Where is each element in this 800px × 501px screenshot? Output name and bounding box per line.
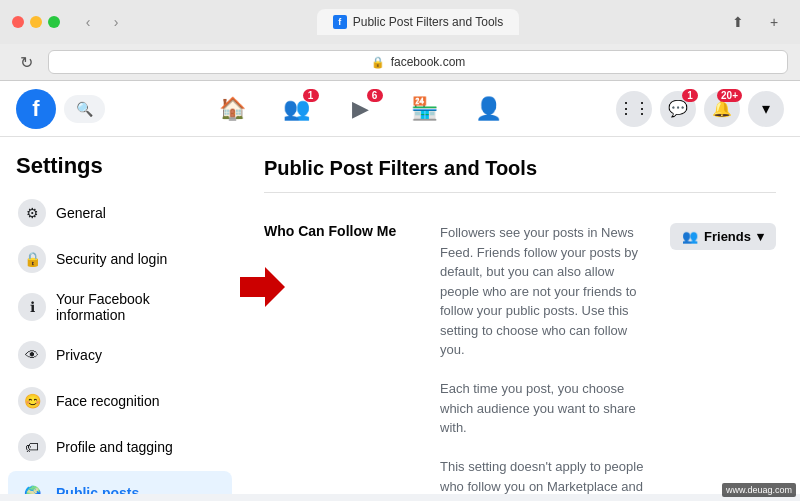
who-can-follow-desc3: This setting doesn't apply to people who…: [440, 459, 643, 494]
main-layout: Settings ⚙ General 🔒 Security and login …: [0, 137, 800, 494]
traffic-lights: [12, 16, 60, 28]
search-icon: 🔍: [76, 101, 93, 117]
messenger-badge: 1: [682, 89, 698, 102]
url-text: facebook.com: [391, 55, 466, 69]
watermark: www.deuag.com: [722, 483, 796, 497]
sidebar-item-general[interactable]: ⚙ General: [8, 191, 232, 235]
close-button[interactable]: [12, 16, 24, 28]
nav-watch[interactable]: ▶ 6: [331, 85, 391, 133]
home-icon: 🏠: [219, 96, 246, 122]
content-area: Public Post Filters and Tools Who Can Fo…: [240, 137, 800, 494]
public-posts-icon: 🌍: [18, 479, 46, 494]
red-arrow: [240, 267, 280, 307]
share-button[interactable]: ⬆: [724, 8, 752, 36]
sidebar-title: Settings: [8, 153, 232, 191]
nav-marketplace[interactable]: 🏪: [395, 85, 455, 133]
fb-nav-center: 🏠 👥 1 ▶ 6 🏪 👤: [113, 85, 608, 133]
fb-navbar: f 🔍 🏠 👥 1 ▶ 6 🏪 👤 ⋮⋮ 💬 1 🔔 20+: [0, 81, 800, 137]
friends-btn-label: Friends: [704, 229, 751, 244]
sidebar-label-public-posts: Public posts: [56, 485, 139, 494]
nav-notifications[interactable]: 🔔 20+: [704, 91, 740, 127]
title-bar: ‹ › f Public Post Filters and Tools ⬆ +: [0, 0, 800, 44]
sidebar-item-security[interactable]: 🔒 Security and login: [8, 237, 232, 281]
new-tab-button[interactable]: +: [760, 8, 788, 36]
forward-button[interactable]: ›: [104, 10, 128, 34]
minimize-button[interactable]: [30, 16, 42, 28]
nav-friends[interactable]: 👥 1: [267, 85, 327, 133]
fb-search[interactable]: 🔍: [64, 95, 105, 123]
nav-groups[interactable]: 👤: [459, 85, 519, 133]
reload-button[interactable]: ↻: [12, 48, 40, 76]
svg-marker-0: [240, 267, 285, 307]
profile-tagging-icon: 🏷: [18, 433, 46, 461]
watch-icon: ▶: [352, 96, 369, 122]
back-button[interactable]: ‹: [76, 10, 100, 34]
browser-tab[interactable]: f Public Post Filters and Tools: [317, 9, 520, 35]
fb-logo: f: [16, 89, 56, 129]
privacy-icon: 👁: [18, 341, 46, 369]
marketplace-icon: 🏪: [411, 96, 438, 122]
tab-favicon: f: [333, 15, 347, 29]
notifications-badge: 20+: [717, 89, 742, 102]
fb-info-icon: ℹ: [18, 293, 46, 321]
who-can-follow-description: Followers see your posts in News Feed. F…: [440, 225, 638, 357]
row-who-can-follow: Who Can Follow Me Followers see your pos…: [264, 209, 776, 494]
sidebar-label-general: General: [56, 205, 106, 221]
sidebar-label-face-recognition: Face recognition: [56, 393, 160, 409]
nav-buttons: ‹ ›: [76, 10, 128, 34]
friends-badge: 1: [303, 89, 319, 102]
sidebar-item-face-recognition[interactable]: 😊 Face recognition: [8, 379, 232, 423]
general-icon: ⚙: [18, 199, 46, 227]
sidebar-item-fb-info[interactable]: ℹ Your Facebook information: [8, 283, 232, 331]
who-can-follow-action: 👥 Friends ▾: [670, 223, 776, 250]
who-can-follow-button[interactable]: 👥 Friends ▾: [670, 223, 776, 250]
nav-account[interactable]: ▾: [748, 91, 784, 127]
sidebar-item-public-posts[interactable]: 🌍 Public posts: [8, 471, 232, 494]
sidebar-item-profile-tagging[interactable]: 🏷 Profile and tagging: [8, 425, 232, 469]
page-title: Public Post Filters and Tools: [264, 157, 776, 193]
friends-btn-chevron: ▾: [757, 229, 764, 244]
sidebar-label-profile-tagging: Profile and tagging: [56, 439, 173, 455]
who-can-follow-content: Followers see your posts in News Feed. F…: [440, 223, 654, 494]
friends-btn-icon: 👥: [682, 229, 698, 244]
nav-messenger[interactable]: 💬 1: [660, 91, 696, 127]
sidebar-item-privacy[interactable]: 👁 Privacy: [8, 333, 232, 377]
who-can-follow-desc2: Each time you post, you choose which aud…: [440, 381, 636, 435]
sidebar: Settings ⚙ General 🔒 Security and login …: [0, 137, 240, 494]
lock-icon: 🔒: [371, 56, 385, 69]
groups-icon: 👤: [475, 96, 502, 122]
nav-home[interactable]: 🏠: [203, 85, 263, 133]
sidebar-label-fb-info: Your Facebook information: [56, 291, 222, 323]
who-can-follow-label: Who Can Follow Me: [264, 223, 424, 239]
address-bar-row: ↻ 🔒 facebook.com: [0, 44, 800, 80]
sidebar-label-security: Security and login: [56, 251, 167, 267]
tab-title: Public Post Filters and Tools: [353, 15, 504, 29]
fb-nav-right: ⋮⋮ 💬 1 🔔 20+ ▾: [616, 91, 784, 127]
security-icon: 🔒: [18, 245, 46, 273]
maximize-button[interactable]: [48, 16, 60, 28]
sidebar-label-privacy: Privacy: [56, 347, 102, 363]
nav-menu[interactable]: ⋮⋮: [616, 91, 652, 127]
watch-badge: 6: [367, 89, 383, 102]
face-recognition-icon: 😊: [18, 387, 46, 415]
address-bar[interactable]: 🔒 facebook.com: [48, 50, 788, 74]
